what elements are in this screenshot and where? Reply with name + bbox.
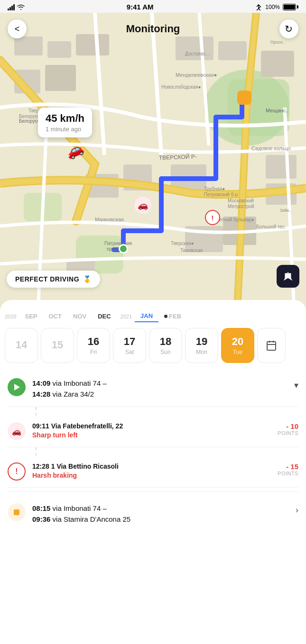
status-bar: 9:41 AM 100% [0, 0, 306, 13]
date-20[interactable]: 20 Tue [221, 328, 254, 363]
map-svg: ТВЕРСКОЙ Р- Московский Метрострой Цветно… [0, 13, 306, 311]
wifi-icon [17, 4, 25, 10]
bluetooth-icon [255, 4, 262, 10]
trip-1-icon [8, 378, 26, 396]
speed-value: 45 km/h [46, 112, 84, 125]
month-oct[interactable]: OCT [43, 311, 67, 322]
trip-1[interactable]: 14:09 via Imbonati 74 – 14:28 via Zara 3… [8, 371, 298, 407]
divider [8, 491, 298, 492]
svg-text:Тверская●: Тверская● [171, 241, 194, 246]
svg-text:Зяйк..: Зяйк.. [280, 208, 291, 213]
trip-2[interactable]: 08:15 via Imbonati 74 – 09:36 via Stamir… [8, 496, 298, 532]
month-feb[interactable]: FEB [158, 310, 187, 322]
trips-list: 14:09 via Imbonati 74 – 14:28 via Zara 3… [0, 367, 306, 535]
refresh-button[interactable]: ↻ [279, 19, 298, 38]
date-16[interactable]: 16 Fri [77, 328, 110, 363]
year-2020-label: 2020 [5, 314, 16, 319]
date-row[interactable]: 14 15 16 Fri 17 Sat 18 Sun 19 Mon 20 Tue [0, 322, 306, 367]
svg-rect-11 [218, 41, 247, 60]
svg-text:Маяковская: Маяковская [95, 217, 124, 222]
svg-text:Большой тес.: Большой тес. [256, 224, 286, 229]
date-17[interactable]: 17 Sat [113, 328, 146, 363]
event-2: ! 12:28 1 Via Bettino Ricasoli Harsh bra… [8, 456, 298, 488]
destination-marker [237, 91, 251, 105]
svg-text:Тяховская: Тяховская [180, 248, 203, 253]
svg-text:Московский: Московский [228, 198, 254, 203]
trip-1-chevron[interactable]: ▾ [294, 380, 298, 390]
connector-area [8, 407, 298, 416]
trip-2-right: › [296, 503, 298, 515]
svg-text:Метрострой: Метрострой [228, 204, 254, 209]
date-19[interactable]: 19 Mon [185, 328, 218, 363]
map-title: Monitoring [126, 23, 180, 35]
event-1-icon: 🚗 [8, 422, 26, 440]
map-area: ТВЕРСКОЙ Р- Московский Метрострой Цветно… [0, 13, 306, 311]
event-2-points-num: - 15 [278, 463, 298, 471]
month-nov[interactable]: NOV [67, 311, 92, 322]
event-2-label: Harsh braking [32, 472, 271, 479]
event-1-content: 09:11 Via Fatebenefratelli, 22 Sharp tur… [32, 422, 271, 439]
date-18[interactable]: 18 Sun [149, 328, 182, 363]
navigation-button[interactable] [277, 265, 299, 288]
connector-line [36, 407, 37, 416]
back-button[interactable]: < [8, 19, 27, 38]
red-car-marker: 🚗 [134, 197, 151, 214]
svg-text:Менделеевская●: Менделеевская● [176, 72, 217, 78]
svg-text:Мещанс..: Мещанс.. [266, 108, 288, 113]
month-sep[interactable]: SEP [19, 311, 43, 322]
svg-rect-44 [267, 342, 276, 350]
svg-text:ТВЕРСКОЙ Р-: ТВЕРСКОЙ Р- [159, 153, 197, 161]
navigate-icon [283, 271, 293, 281]
date-14[interactable]: 14 [5, 328, 38, 363]
month-jan[interactable]: JAN [135, 310, 158, 322]
svg-text:Петровский б-р: Петровский б-р [204, 192, 238, 197]
svg-text:Новослободская●: Новослободская● [161, 84, 201, 90]
map-header: < Monitoring ↻ [0, 13, 306, 43]
calendar-icon [266, 340, 277, 351]
trip-2-icon [8, 503, 26, 521]
svg-marker-48 [14, 384, 20, 390]
square-icon [13, 508, 20, 516]
month-selector[interactable]: 2020 SEP OCT NOV DEC 2021 JAN FEB [0, 300, 306, 322]
speed-time: 1 minute ago [46, 126, 84, 133]
svg-rect-9 [45, 65, 76, 91]
trip-2-start-time: 08:15 [32, 504, 50, 512]
event-1-points-num: - 10 [278, 422, 298, 430]
event-2-content: 12:28 1 Via Bettino Ricasoli Harsh braki… [32, 463, 271, 479]
trip-1-right: ▾ [294, 378, 298, 390]
month-dec[interactable]: DEC [92, 311, 116, 322]
svg-rect-12 [261, 51, 294, 77]
perfect-driving-badge: PERFECT DRIVING 🥇 [7, 271, 100, 288]
svg-text:Трубная●: Трубная● [204, 186, 225, 191]
event-2-icon: ! [8, 463, 26, 481]
bottom-panel: 2020 SEP OCT NOV DEC 2021 JAN FEB 14 15 [0, 300, 306, 545]
start-marker [119, 244, 128, 254]
event-1-time: 09:11 [32, 422, 49, 430]
alert-marker: ! [205, 210, 220, 225]
event-2-time: 12:28 [32, 463, 49, 470]
signal-area [8, 4, 25, 10]
svg-rect-49 [14, 509, 19, 515]
speed-popup: 45 km/h 1 minute ago [38, 108, 92, 137]
trip-2-chevron[interactable]: › [296, 505, 298, 515]
event-1: 🚗 09:11 Via Fatebenefratelli, 22 Sharp t… [8, 416, 298, 447]
svg-text:Садовое кольцо: Садовое кольцо [251, 145, 291, 151]
year-2021-label: 2021 [121, 314, 132, 319]
trip-1-end-time: 14:28 [32, 390, 50, 398]
signal-icon [8, 4, 15, 10]
status-time: 9:41 AM [127, 3, 154, 11]
connector-line-2 [36, 447, 37, 456]
calendar-button[interactable] [257, 328, 286, 363]
battery-percent: 100% [265, 4, 280, 10]
medal-emoji: 🥇 [83, 275, 92, 283]
trip-1-content: 14:09 via Imbonati 74 – 14:28 via Zara 3… [32, 378, 287, 399]
event-1-points-label: POINTS [278, 430, 298, 436]
date-15[interactable]: 15 [41, 328, 74, 363]
svg-rect-13 [266, 155, 297, 179]
svg-text:Достоевс...: Достоевс... [185, 51, 210, 56]
event-2-points: - 15 POINTS [278, 463, 298, 476]
battery-icon [283, 4, 298, 10]
connector-area-2 [8, 447, 298, 456]
perfect-driving-label: PERFECT DRIVING [15, 275, 79, 283]
play-icon [12, 383, 21, 391]
